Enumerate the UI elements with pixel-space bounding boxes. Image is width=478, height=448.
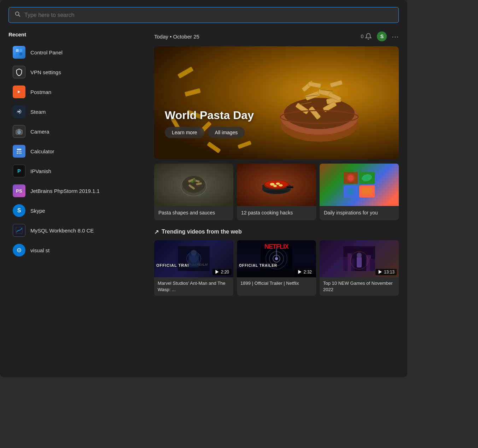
recent-title: Recent	[8, 31, 143, 37]
hero-title: World Pasta Day	[165, 109, 254, 122]
video-thumb-1: QUANTUM REALM OFFICIAL TRAI 2:20	[154, 240, 233, 277]
svg-rect-15	[17, 151, 18, 152]
pasta-cards-row: Pasta shapes and sauces	[154, 164, 399, 220]
all-images-button[interactable]: All images	[208, 127, 245, 138]
pasta-card-3[interactable]: Daily inspirations for you	[320, 164, 399, 220]
svg-point-80	[191, 250, 197, 255]
search-icon	[14, 11, 21, 19]
more-button[interactable]: ···	[392, 33, 399, 41]
ipvanish-label: IPVanish	[30, 168, 51, 174]
recent-item-vpn[interactable]: VPN settings	[8, 62, 143, 82]
search-bar[interactable]	[8, 7, 399, 23]
steam-label: Steam	[30, 109, 46, 115]
sidebar: Recent Control Panel	[8, 31, 143, 377]
svg-point-27	[284, 98, 355, 129]
pasta-card-2-label: 12 pasta cooking hacks	[237, 206, 316, 220]
svg-rect-93	[357, 257, 362, 267]
right-content: Today • October 25 0 S ···	[154, 31, 399, 377]
camera-icon	[13, 125, 25, 138]
skype-label: Skype	[30, 208, 45, 214]
pasta-card-3-label: Daily inspirations for you	[320, 206, 399, 220]
video-thumb-3: 13:13	[320, 240, 399, 277]
svg-rect-2	[16, 49, 19, 52]
date-label: Today • October 25	[154, 34, 199, 40]
svg-rect-17	[21, 151, 22, 152]
pasta-card-3-image	[320, 164, 399, 206]
recent-item-camera[interactable]: Camera	[8, 122, 143, 141]
camera-label: Camera	[30, 129, 49, 135]
pasta-card-1-image	[154, 164, 233, 206]
pasta-card-2[interactable]: 12 pasta cooking hacks	[237, 164, 316, 220]
vpn-label: VPN settings	[30, 69, 61, 75]
official-overlay-2: OFFICIAL TRAILER	[239, 264, 277, 267]
main-container: Recent Control Panel	[0, 0, 407, 377]
notification-badge[interactable]: 0	[361, 33, 372, 40]
video-label-2: 1899 | Official Trailer | Netflix	[237, 277, 316, 289]
svg-point-8	[18, 111, 20, 113]
vpn-icon	[13, 66, 25, 78]
phpstorm-icon: PS	[13, 184, 25, 197]
calculator-icon	[13, 145, 25, 158]
svg-rect-5	[19, 53, 22, 55]
visual-st-label: visual st	[30, 247, 49, 253]
netflix-overlay: NETFLIX	[264, 243, 288, 250]
recent-item-mysql[interactable]: MySQL Workbench 8.0 CE	[8, 220, 143, 240]
video-duration-3: 13:13	[375, 269, 397, 275]
steam-icon	[13, 105, 25, 118]
mysql-label: MySQL Workbench 8.0 CE	[30, 228, 94, 234]
svg-rect-19	[19, 153, 20, 154]
video-duration-2: 2:32	[295, 269, 314, 275]
svg-point-56	[191, 181, 193, 183]
recent-item-visual-st[interactable]: visual st	[8, 240, 143, 260]
trend-arrow-icon: ↗	[154, 229, 159, 235]
recent-item-phpstorm[interactable]: PS JetBrains PhpStorm 2019.1.1	[8, 181, 143, 201]
svg-rect-14	[17, 149, 22, 151]
video-label-3: Top 10 NEW Games of November 2022	[320, 277, 399, 296]
svg-point-64	[279, 184, 282, 186]
video-label-1: Marvel Studios' Ant-Man and The Wasp: ..…	[154, 277, 233, 296]
user-avatar[interactable]: S	[377, 31, 387, 41]
main-layout: Recent Control Panel	[8, 31, 399, 377]
svg-rect-11	[18, 129, 20, 130]
svg-point-94	[357, 253, 362, 258]
recent-item-postman[interactable]: Postman	[8, 82, 143, 102]
svg-rect-65	[286, 186, 293, 188]
recent-item-steam[interactable]: Steam	[8, 102, 143, 122]
svg-rect-18	[17, 153, 18, 154]
hero-buttons: Learn more All images	[165, 127, 254, 138]
play-icon-2	[297, 270, 302, 275]
video-card-2[interactable]: NETFLIX OFFICIAL TRAILER 2:32 1899 | Off…	[237, 240, 316, 296]
recent-list: Control Panel VPN settings	[8, 42, 143, 260]
svg-rect-74	[362, 188, 372, 195]
recent-item-calculator[interactable]: Calculator	[8, 141, 143, 161]
postman-icon	[13, 86, 25, 98]
pasta-card-1-label: Pasta shapes and sauces	[154, 206, 233, 220]
skype-icon: S	[13, 204, 25, 217]
phpstorm-label: JetBrains PhpStorm 2019.1.1	[30, 188, 100, 194]
video-card-3[interactable]: 13:13 Top 10 NEW Games of November 2022	[320, 240, 399, 296]
svg-line-1	[18, 15, 20, 16]
recent-item-ipvanish[interactable]: P IPVanish	[8, 161, 143, 181]
svg-rect-3	[19, 49, 22, 52]
pasta-card-1[interactable]: Pasta shapes and sauces	[154, 164, 233, 220]
learn-more-button[interactable]: Learn more	[165, 127, 204, 138]
recent-item-control-panel[interactable]: Control Panel	[8, 42, 143, 62]
search-input[interactable]	[24, 12, 393, 18]
official-overlay-1: OFFICIAL TRAI	[156, 263, 189, 267]
video-card-1[interactable]: QUANTUM REALM OFFICIAL TRAI 2:20	[154, 240, 233, 296]
mysql-icon	[13, 224, 25, 237]
video-duration-1: 2:20	[212, 269, 231, 275]
calculator-label: Calculator	[30, 148, 54, 154]
header-actions: 0 S ···	[361, 31, 399, 41]
svg-rect-37	[330, 80, 343, 87]
hero-card[interactable]: World Pasta Day Learn more All images	[154, 46, 399, 159]
play-icon-1	[215, 270, 220, 275]
pasta-card-2-image	[237, 164, 316, 206]
visual-st-icon	[13, 244, 25, 257]
svg-rect-4	[16, 53, 19, 55]
svg-point-63	[273, 185, 277, 187]
hero-pasta-image	[240, 46, 399, 159]
svg-point-12	[19, 131, 20, 132]
recent-item-skype[interactable]: S Skype	[8, 201, 143, 220]
postman-label: Postman	[30, 89, 51, 95]
